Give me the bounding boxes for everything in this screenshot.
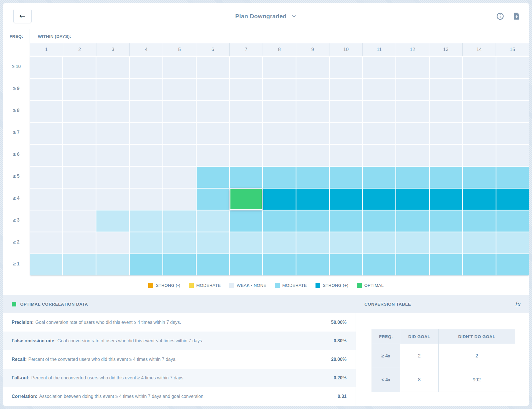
heatmap-cell-weak-none[interactable] — [30, 145, 62, 166]
heatmap-cell-weak-none[interactable] — [496, 57, 529, 78]
heatmap-cell-moderate[interactable] — [330, 254, 362, 275]
heatmap-cell-weak-none[interactable] — [230, 57, 262, 78]
heatmap-cell-weak-none[interactable] — [363, 101, 395, 122]
heatmap-cell-strong-positive[interactable] — [296, 189, 329, 210]
heatmap-cell-strong-positive[interactable] — [396, 189, 429, 210]
heatmap-cell-weak-none[interactable] — [330, 57, 362, 78]
heatmap-cell-weak-none[interactable] — [30, 189, 62, 210]
heatmap-cell-weak-none[interactable] — [396, 101, 429, 122]
heatmap-cell-weak-none[interactable] — [396, 145, 429, 166]
heatmap-cell-strong-positive[interactable] — [363, 189, 395, 210]
heatmap-cell-strong-positive[interactable] — [430, 189, 462, 210]
heatmap-cell-weak-none[interactable] — [230, 123, 262, 144]
heatmap-cell-moderate[interactable] — [230, 254, 262, 275]
heatmap-cell-weak-none[interactable] — [96, 57, 129, 78]
heatmap-cell-weak-none[interactable] — [463, 79, 496, 100]
heatmap-cell-weak-moderate[interactable] — [230, 232, 262, 253]
heatmap-cell-moderate[interactable] — [330, 167, 362, 188]
heatmap-cell-weak-none[interactable] — [263, 57, 296, 78]
heatmap-cell-weak-none[interactable] — [130, 167, 162, 188]
heatmap-cell-weak-none[interactable] — [63, 79, 96, 100]
heatmap-cell-moderate[interactable] — [396, 254, 429, 275]
heatmap-cell-moderate[interactable] — [296, 167, 329, 188]
heatmap-cell-weak-none[interactable] — [330, 79, 362, 100]
heatmap-cell-weak-none[interactable] — [296, 101, 329, 122]
heatmap-cell-moderate[interactable] — [130, 254, 162, 275]
heatmap-cell-weak-none[interactable] — [396, 123, 429, 144]
heatmap-cell-weak-none[interactable] — [363, 145, 395, 166]
heatmap-cell-weak-none[interactable] — [197, 123, 229, 144]
heatmap-cell-weak-moderate[interactable] — [430, 232, 462, 253]
heatmap-cell-strong-positive[interactable] — [263, 189, 296, 210]
heatmap-cell-weak-moderate[interactable] — [330, 232, 362, 253]
heatmap-cell-moderate[interactable] — [197, 189, 229, 210]
heatmap-cell-weak-none[interactable] — [330, 123, 362, 144]
heatmap-cell-moderate[interactable] — [163, 254, 196, 275]
heatmap-cell-weak-none[interactable] — [296, 57, 329, 78]
heatmap-cell-weak-none[interactable] — [430, 79, 462, 100]
heatmap-cell-weak-none[interactable] — [130, 79, 162, 100]
heatmap-cell-weak-none[interactable] — [96, 101, 129, 122]
heatmap-cell-weak-moderate[interactable] — [296, 232, 329, 253]
heatmap-cell-weak-none[interactable] — [30, 101, 62, 122]
heatmap-cell-weak-none[interactable] — [296, 79, 329, 100]
heatmap-cell-weak-none[interactable] — [197, 101, 229, 122]
heatmap-cell-weak-none[interactable] — [197, 145, 229, 166]
heatmap-cell-moderate[interactable] — [230, 210, 262, 232]
heatmap-cell-weak-none[interactable] — [163, 145, 196, 166]
heatmap-cell-weak-none[interactable] — [230, 145, 262, 166]
heatmap-cell-weak-none[interactable] — [163, 189, 196, 210]
heatmap-cell-moderate[interactable] — [263, 167, 296, 188]
heatmap-cell-weak-none[interactable] — [430, 123, 462, 144]
heatmap-cell-weak-none[interactable] — [463, 123, 496, 144]
back-button[interactable]: ← — [13, 9, 32, 23]
heatmap-cell-strong-positive[interactable] — [496, 189, 529, 210]
download-button[interactable] — [512, 12, 521, 21]
heatmap-cell-weak-none[interactable] — [96, 232, 129, 253]
heatmap-cell-weak-none[interactable] — [296, 123, 329, 144]
heatmap-cell-weak-moderate[interactable] — [197, 210, 229, 232]
heatmap-cell-weak-none[interactable] — [30, 79, 62, 100]
heatmap-cell-weak-none[interactable] — [463, 101, 496, 122]
heatmap-cell-moderate[interactable] — [296, 254, 329, 275]
heatmap-cell-weak-none[interactable] — [96, 145, 129, 166]
heatmap-cell-weak-moderate[interactable] — [163, 232, 196, 253]
heatmap-cell-strong-positive[interactable] — [330, 189, 362, 210]
heatmap-cell-weak-none[interactable] — [496, 101, 529, 122]
heatmap-cell-weak-none[interactable] — [496, 123, 529, 144]
heatmap-cell-weak-none[interactable] — [96, 189, 129, 210]
heatmap-cell-weak-moderate[interactable] — [197, 232, 229, 253]
heatmap-cell-weak-none[interactable] — [330, 145, 362, 166]
heatmap-cell-weak-none[interactable] — [296, 145, 329, 166]
heatmap-cell-weak-none[interactable] — [396, 79, 429, 100]
heatmap-cell-moderate[interactable] — [496, 167, 529, 188]
heatmap-cell-weak-moderate[interactable] — [96, 254, 129, 275]
info-button[interactable] — [496, 12, 504, 21]
heatmap-cell-moderate[interactable] — [330, 210, 362, 232]
heatmap-cell-weak-none[interactable] — [130, 145, 162, 166]
heatmap-cell-weak-none[interactable] — [463, 145, 496, 166]
heatmap-cell-moderate[interactable] — [463, 210, 496, 232]
heatmap-cell-moderate[interactable] — [263, 210, 296, 232]
heatmap-cell-moderate[interactable] — [197, 167, 229, 188]
heatmap-cell-weak-none[interactable] — [63, 167, 96, 188]
heatmap-cell-weak-none[interactable] — [396, 57, 429, 78]
heatmap-cell-weak-none[interactable] — [130, 189, 162, 210]
heatmap-cell-weak-none[interactable] — [163, 57, 196, 78]
heatmap-cell-moderate[interactable] — [230, 167, 262, 188]
heatmap-cell-weak-none[interactable] — [197, 57, 229, 78]
heatmap-cell-weak-none[interactable] — [463, 57, 496, 78]
heatmap-cell-weak-none[interactable] — [30, 57, 62, 78]
heatmap-cell-weak-none[interactable] — [30, 232, 62, 253]
heatmap-cell-moderate[interactable] — [263, 254, 296, 275]
heatmap-cell-moderate[interactable] — [197, 254, 229, 275]
heatmap-cell-weak-none[interactable] — [130, 101, 162, 122]
heatmap-cell-moderate[interactable] — [430, 254, 462, 275]
heatmap-cell-weak-none[interactable] — [63, 123, 96, 144]
heatmap-cell-weak-none[interactable] — [430, 57, 462, 78]
heatmap-cell-weak-none[interactable] — [63, 232, 96, 253]
heatmap-cell-weak-none[interactable] — [163, 167, 196, 188]
heatmap-cell-moderate[interactable] — [463, 167, 496, 188]
heatmap-cell-weak-moderate[interactable] — [96, 210, 129, 232]
formula-fx-icon[interactable]: fx — [515, 301, 520, 308]
